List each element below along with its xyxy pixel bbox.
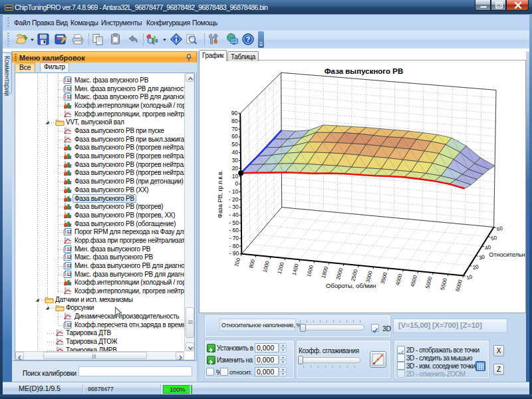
svg-text:10: 10 xyxy=(232,173,239,180)
svg-text:20: 20 xyxy=(472,263,479,271)
svg-text:- 10: - 10 xyxy=(229,188,239,195)
svg-text:5500: 5500 xyxy=(440,277,448,291)
svg-text:- 60: - 60 xyxy=(229,227,239,233)
svg-text:50: 50 xyxy=(490,235,497,242)
svg-text:- 50: - 50 xyxy=(229,219,239,226)
svg-text:30: 30 xyxy=(232,157,239,164)
svg-text:Обороты, об/мин: Обороты, об/мин xyxy=(326,282,376,289)
svg-text:1800: 1800 xyxy=(321,265,329,279)
svg-text:12: 12 xyxy=(66,94,71,99)
svg-text:12: 12 xyxy=(66,247,71,251)
svg-text:- 90: - 90 xyxy=(229,250,239,257)
svg-text:12: 12 xyxy=(66,323,71,327)
svg-text:700: 700 xyxy=(233,257,241,267)
svg-text:1200: 1200 xyxy=(277,261,285,275)
svg-text:60: 60 xyxy=(496,225,503,233)
svg-text:12: 12 xyxy=(66,78,71,82)
svg-text:5000: 5000 xyxy=(424,276,433,289)
svg-text:4500: 4500 xyxy=(410,274,418,287)
svg-text:6000: 6000 xyxy=(455,279,464,292)
svg-text:12: 12 xyxy=(66,86,71,91)
svg-text:2500: 2500 xyxy=(350,269,358,282)
svg-text:12: 12 xyxy=(66,263,71,268)
svg-text:12: 12 xyxy=(66,272,71,277)
svg-text:12: 12 xyxy=(66,229,71,234)
svg-text:1400: 1400 xyxy=(291,263,300,276)
svg-text:1600: 1600 xyxy=(306,264,315,277)
svg-text:4000: 4000 xyxy=(394,273,403,286)
svg-text:0: 0 xyxy=(235,180,239,187)
svg-text:1000: 1000 xyxy=(262,260,271,273)
svg-text:80: 80 xyxy=(231,118,238,124)
svg-text:40: 40 xyxy=(231,149,238,156)
svg-text:70: 70 xyxy=(231,126,238,132)
svg-text:40: 40 xyxy=(484,244,491,251)
svg-text:Фаза РВ, гр.п.к.в.: Фаза РВ, гр.п.к.в. xyxy=(217,170,223,218)
svg-text:50: 50 xyxy=(231,141,238,148)
svg-text:- 30: - 30 xyxy=(229,203,239,210)
svg-text:- 40: - 40 xyxy=(229,211,239,218)
svg-text:800: 800 xyxy=(248,259,256,269)
svg-text:Относительное н: Относительное н xyxy=(489,251,525,258)
svg-text:3000: 3000 xyxy=(365,270,374,283)
svg-text:60: 60 xyxy=(231,133,238,140)
svg-text:- 70: - 70 xyxy=(229,235,239,241)
svg-text:30: 30 xyxy=(478,254,485,261)
svg-text:- 20: - 20 xyxy=(229,196,239,203)
svg-text:?: ? xyxy=(246,35,250,43)
svg-text:Фаза выпускного РВ: Фаза выпускного РВ xyxy=(325,67,403,75)
svg-text:12: 12 xyxy=(66,255,71,259)
svg-text:2000: 2000 xyxy=(335,267,344,281)
svg-text:- 80: - 80 xyxy=(229,243,239,249)
svg-text:20: 20 xyxy=(232,165,239,172)
svg-text:10: 10 xyxy=(466,274,473,281)
svg-text:3500: 3500 xyxy=(380,271,388,285)
svg-text:90: 90 xyxy=(231,110,238,116)
